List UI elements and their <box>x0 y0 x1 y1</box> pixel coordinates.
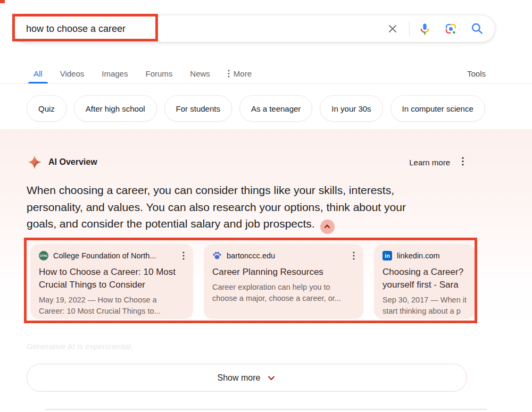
suggestion-chip[interactable]: For students <box>164 95 232 122</box>
ai-overview-title: AI Overview <box>48 157 97 167</box>
card-snippet: Career exploration can help you to choos… <box>212 282 355 304</box>
result-tab[interactable]: Videos <box>60 63 85 83</box>
suggestion-chip[interactable]: Quiz <box>27 95 66 122</box>
tab-label: More <box>234 69 252 78</box>
tab-label: Images <box>102 69 128 78</box>
card-header: in linkedin.com <box>383 251 467 260</box>
result-tabs: All Videos Images Forums News <box>0 63 532 83</box>
ai-summary: When choosing a career, you can consider… <box>27 184 406 230</box>
result-tab[interactable]: News <box>190 63 210 83</box>
tools-button[interactable]: Tools <box>467 63 486 83</box>
card-header: bartonccc.edu <box>212 251 355 260</box>
result-tab[interactable]: Images <box>102 63 128 83</box>
ai-source-card[interactable]: bartonccc.edu Career Planning Resources … <box>204 244 363 319</box>
card-source: bartonccc.edu <box>227 251 348 260</box>
google-lens-icon[interactable] <box>445 23 457 35</box>
card-header: CFNC College Foundation of North... <box>39 251 185 260</box>
related-search-chips: Quiz After high school For students As a… <box>27 95 532 124</box>
search-bar-icons <box>386 22 484 36</box>
card-title: Choosing a Career? yourself first - Sara <box>383 266 467 291</box>
ai-overview-menu-icon[interactable] <box>462 157 464 168</box>
paw-favicon <box>212 251 222 260</box>
search-bar-divider <box>409 22 410 36</box>
ai-overview-text: When choosing a career, you can consider… <box>27 182 473 234</box>
card-menu-icon[interactable] <box>182 251 185 260</box>
card-menu-icon[interactable] <box>353 251 355 260</box>
search-submit-icon[interactable] <box>471 22 484 35</box>
card-snippet: May 19, 2022 — How to Choose a Career: 1… <box>39 295 185 317</box>
suggestion-chip[interactable]: After high school <box>74 95 157 122</box>
suggestion-chip[interactable]: In your 30s <box>320 95 383 122</box>
ai-source-card[interactable]: in linkedin.com Choosing a Career? yours… <box>374 244 475 319</box>
search-input[interactable]: how to choose a career <box>26 23 386 35</box>
result-tab[interactable]: More <box>228 63 252 83</box>
result-tabs-bar: All Videos Images Forums News <box>0 63 532 84</box>
section-divider <box>45 409 487 410</box>
generative-ai-disclaimer: Generative AI is experimental. <box>27 342 133 351</box>
card-snippet: Sep 30, 2017 — When it start thinking ab… <box>383 295 467 317</box>
ai-source-card[interactable]: CFNC College Foundation of North... How … <box>30 244 193 319</box>
ai-sparkle-icon <box>28 155 41 169</box>
result-tab[interactable]: Forums <box>145 63 172 83</box>
result-tab[interactable]: All <box>34 63 43 83</box>
chevron-down-icon <box>267 373 276 383</box>
tab-label: Forums <box>145 69 172 78</box>
suggestion-chip[interactable]: In computer science <box>390 95 485 122</box>
voice-search-icon[interactable] <box>419 23 431 35</box>
show-more-label: Show more <box>218 373 261 383</box>
tab-label: All <box>34 69 43 78</box>
search-bar[interactable]: how to choose a career <box>13 15 495 42</box>
card-source: linkedin.com <box>397 251 467 260</box>
card-title: Career Planning Resources <box>212 266 355 279</box>
more-kebab-icon <box>228 70 230 78</box>
show-more-button[interactable]: Show more <box>27 364 467 392</box>
tab-label: News <box>190 69 210 78</box>
card-source: College Foundation of North... <box>53 251 178 260</box>
linkedin-favicon: in <box>383 251 392 260</box>
card-title: How to Choose a Career: 10 Most Crucial … <box>39 266 185 291</box>
ai-source-cards: CFNC College Foundation of North... How … <box>30 244 475 319</box>
corner-annotation-mark <box>0 0 5 3</box>
collapse-button[interactable] <box>320 220 335 234</box>
cfnc-favicon: CFNC <box>39 251 48 260</box>
ai-overview-header: AI Overview Learn more <box>28 154 464 170</box>
suggestion-chip[interactable]: As a teenager <box>239 95 312 122</box>
clear-search-icon[interactable] <box>386 22 399 35</box>
chevron-up-icon <box>323 223 331 230</box>
tab-label: Videos <box>60 69 85 78</box>
learn-more-link[interactable]: Learn more <box>409 158 450 167</box>
